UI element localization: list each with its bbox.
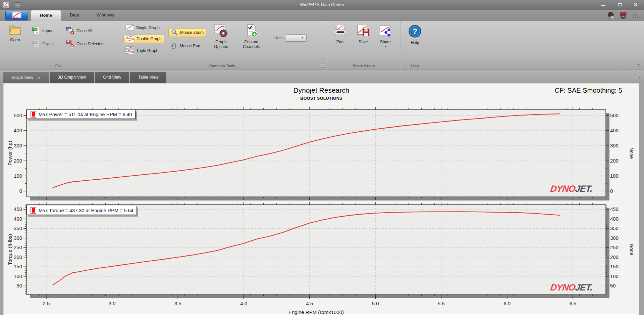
power-chart[interactable]: 00100100200200300300400400500500Power (h… <box>7 107 634 200</box>
single-graph-button[interactable]: Single Graph <box>123 24 162 32</box>
units-label: Units <box>274 36 283 40</box>
csv-import-icon: CSV <box>32 26 40 36</box>
y-axis-tick-label-right: 200 <box>610 158 619 164</box>
ribbon-tab-windows[interactable]: Windows <box>88 10 123 21</box>
mouse-zoom-button[interactable]: Mouse Zoom <box>168 28 206 37</box>
save-button[interactable]: Save <box>353 24 374 44</box>
y-axis-tick-label-right: 0 <box>610 188 613 194</box>
y-axis-tick-label-right: 450 <box>610 206 619 212</box>
custom-channels-button[interactable]: Custom Channels <box>241 24 262 49</box>
tab-close-icon[interactable]: × <box>38 75 41 80</box>
dynojet-watermark: DYNOJET. <box>550 282 593 293</box>
custom-channels-icon <box>245 24 258 39</box>
import-button[interactable]: CSV Import <box>30 27 56 35</box>
dyno-device-icon[interactable] <box>619 11 627 21</box>
share-icon <box>379 24 392 39</box>
y-axis-tick-label-right: 150 <box>610 264 619 269</box>
x-axis-tick-label: 4.0 <box>240 301 247 306</box>
svg-text:W8: W8 <box>13 17 18 20</box>
double-graph-button[interactable]: Double Graph <box>123 35 164 43</box>
title-bar: W8 ▼ WinPEP 8 Data Center × <box>0 0 644 10</box>
open-button[interactable]: Open <box>5 24 25 42</box>
tab-grid-view[interactable]: Grid View <box>95 72 129 83</box>
tab-overflow-icon[interactable]: ▼ <box>638 76 641 79</box>
application-button[interactable]: W8 <box>5 11 28 20</box>
help-icon: ? <box>408 24 422 39</box>
dyno-gauge-icon[interactable] <box>607 11 615 21</box>
x-axis-tick-label: 4.5 <box>306 301 313 306</box>
export-button[interactable]: CSV Export <box>30 40 56 48</box>
window-title: WinPEP 8 Data Center <box>0 2 644 7</box>
chevron-down-icon: ▼ <box>301 36 304 39</box>
y-axis-tick-label: 100 <box>14 173 22 179</box>
x-axis-tick-label: 3.5 <box>174 301 181 306</box>
y-axis-tick-label: 300 <box>14 143 22 148</box>
y-axis-tick-label: 250 <box>14 244 22 250</box>
ribbon-tab-data[interactable]: Data <box>61 10 88 21</box>
max-torque-label: Max Torque = 437.30 at Engine RPM = 5.64 <box>39 208 133 213</box>
help-button[interactable]: ? Help <box>405 24 425 45</box>
print-button[interactable]: Print <box>330 24 351 44</box>
y-axis-tick-label-right: 250 <box>610 244 619 250</box>
double-graph-icon <box>126 35 135 43</box>
close-all-icon <box>66 26 74 36</box>
max-power-label: Max Power = 511.04 at Engine RPM = 6.40 <box>39 112 132 117</box>
y-axis-tick-label-right: 400 <box>610 128 619 133</box>
triple-graph-icon <box>125 46 134 55</box>
ribbon-tab-home[interactable]: Home <box>31 10 61 21</box>
y-axis-tick-label: 400 <box>14 128 22 133</box>
dynojet-watermark: DYNOJET. <box>550 184 593 194</box>
tab-graph-view[interactable]: Graph View × <box>3 72 49 83</box>
single-graph-icon <box>125 24 134 32</box>
x-axis-tick-label: 2.5 <box>43 301 50 306</box>
y-axis-tick-label: 300 <box>14 235 22 241</box>
power-series-swatch <box>31 111 36 118</box>
graph-options-button[interactable]: Graph Options <box>211 24 231 49</box>
y-axis-tick-label-right: 500 <box>610 113 619 118</box>
csv-export-icon: CSV <box>32 39 40 49</box>
torque-series-swatch <box>31 207 36 214</box>
maximize-button[interactable] <box>616 2 623 8</box>
view-tab-strip: Graph View × 3D Graph View Grid View Tab… <box>0 70 644 83</box>
x-axis-tick-label: 5.0 <box>372 301 379 306</box>
close-all-button[interactable]: Close All <box>64 27 94 35</box>
y-axis-title: Torque (ft-lbs) <box>7 234 13 265</box>
ribbon-tab-row: W8 Home Data Windows <box>0 10 644 21</box>
mouse-pan-button[interactable]: Mouse Pan <box>168 42 202 50</box>
common-tools-dialog-launcher[interactable]: ↘ <box>321 63 325 68</box>
y-axis-tick-label-right: 300 <box>610 143 619 148</box>
y-axis-tick-label-right: 300 <box>610 235 619 241</box>
x-axis-tick-label: 3.0 <box>109 301 116 306</box>
torque-chart[interactable]: 5050100100150150200200250250300300350350… <box>7 202 634 315</box>
ribbon-group-share: Print Save Share ▼ Share Graph <box>327 21 400 70</box>
ribbon: Open CSV Import CSV Export Close All Clo… <box>0 21 644 70</box>
close-selected-button[interactable]: Close Selected <box>64 40 106 48</box>
x-axis-tick-label: 5.5 <box>438 301 445 306</box>
tab-table-view[interactable]: Table View <box>130 72 166 83</box>
y-axis-tick-label-right: 350 <box>610 225 619 231</box>
share-button[interactable]: Share ▼ <box>375 24 396 48</box>
y-axis-tick-label: 0 <box>19 188 22 194</box>
emblem-icon[interactable] <box>631 11 639 21</box>
close-selected-icon <box>66 39 74 49</box>
minimize-button[interactable] <box>600 2 607 8</box>
collapse-ribbon-icon[interactable]: ∧ <box>637 63 640 68</box>
magnifier-icon <box>171 29 178 37</box>
printer-icon <box>333 24 347 39</box>
close-button[interactable]: × <box>632 2 639 8</box>
tab-3d-graph-view[interactable]: 3D Graph View <box>50 72 94 83</box>
y-axis-tick-label: 450 <box>14 206 22 212</box>
folder-icon <box>8 24 22 37</box>
y-axis-tick-label-right: 100 <box>610 273 619 279</box>
share-dropdown-icon[interactable]: ▼ <box>384 45 387 48</box>
winpep-logo-icon: W8 <box>11 12 22 20</box>
y-axis-tick-label-right: 200 <box>610 254 619 260</box>
ribbon-group-help: ? Help Help <box>401 21 429 70</box>
ribbon-group-common-tools: Single Graph Double Graph Triple Graph M… <box>117 21 327 70</box>
triple-graph-button[interactable]: Triple Graph <box>123 46 160 55</box>
y-axis-tick-label-right: 100 <box>610 173 619 179</box>
svg-text:CSV: CSV <box>33 41 37 43</box>
y-axis-tick-label: 200 <box>14 158 22 164</box>
units-dropdown[interactable]: ▼ <box>286 34 307 42</box>
y-axis-tick-label: 100 <box>14 273 22 279</box>
